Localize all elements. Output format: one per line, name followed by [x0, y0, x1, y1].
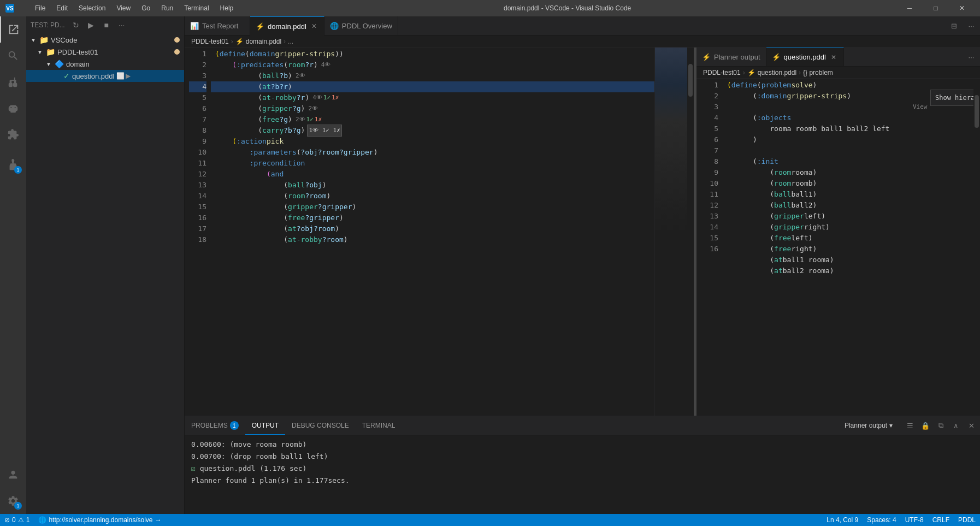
- menu-edit[interactable]: Edit: [52, 3, 72, 13]
- ln7: 7: [189, 114, 206, 125]
- panel-tab-terminal[interactable]: TERMINAL: [356, 416, 402, 435]
- error-icon: ⊘: [4, 516, 10, 524]
- carry-popup: 1👁 1✓ 1✗: [307, 125, 341, 137]
- code-line-5: (at-robby ?r) 4👁 1✓ 1✗: [211, 92, 654, 103]
- rln8: 8: [701, 156, 718, 167]
- stop-button[interactable]: ■: [100, 19, 113, 32]
- tab-bar-right: ⚡ Planner output ⚡ question.pddl ✕ ···: [696, 48, 980, 67]
- ln18: 18: [189, 234, 206, 245]
- ln15: 15: [189, 202, 206, 212]
- warning-count: 1: [26, 516, 30, 524]
- menu-terminal[interactable]: Terminal: [180, 3, 213, 13]
- tab-overview-label: PDDL Overview: [342, 22, 392, 30]
- bc-file: ⚡ question.pddl: [747, 69, 796, 76]
- open-file-btn[interactable]: ⬜: [116, 72, 125, 80]
- refresh-button[interactable]: ↻: [69, 19, 82, 32]
- tab-close-domain[interactable]: ✕: [310, 22, 318, 31]
- panel-lock-btn[interactable]: 🔒: [919, 419, 932, 432]
- split-editor-button[interactable]: ⊟: [945, 16, 963, 36]
- status-bar: ⊘ 0 ⚠ 1 🌐 http://solver.planning.domains…: [0, 514, 980, 526]
- close-button[interactable]: ✕: [949, 0, 975, 16]
- panel-tab-output[interactable]: OUTPUT: [245, 416, 285, 435]
- tab-planner-output[interactable]: ⚡ Planner output: [696, 48, 766, 66]
- tab-close-question[interactable]: ✕: [829, 53, 838, 62]
- link-text: http://solver.planning.domains/solve: [49, 516, 152, 524]
- sidebar-item-question[interactable]: ✓ question.pddl ⬜ ▶: [26, 70, 184, 82]
- vscode-label: VSCode: [51, 36, 77, 44]
- file-actions: ⬜ ▶: [116, 72, 131, 80]
- panel-copy-btn[interactable]: ⧉: [934, 419, 947, 432]
- activity-explorer[interactable]: [0, 16, 26, 43]
- activity-source-control[interactable]: [0, 69, 26, 95]
- code-content-left[interactable]: (define (domain gripper-strips)) (:predi…: [211, 48, 654, 416]
- activity-settings[interactable]: 1: [0, 488, 26, 514]
- activity-test[interactable]: 1: [0, 152, 26, 178]
- status-language[interactable]: PDDL: [954, 514, 980, 526]
- sidebar-tree: ▼ 📁 VSCode ▼ 📁 PDDL-test01 ▼ 🔷 domain ✓ …: [26, 34, 184, 82]
- activity-run-debug[interactable]: [0, 95, 26, 121]
- activity-extensions[interactable]: [0, 121, 26, 147]
- tab-domain-label: domain.pddl: [268, 22, 306, 31]
- tab-more-left[interactable]: ···: [963, 16, 980, 36]
- code-line-11: :precondition: [211, 158, 654, 169]
- rcode-line-16: (free right): [723, 244, 973, 255]
- ln17: 17: [189, 223, 206, 234]
- editor-split: 1 2 3 4 5 6 7 8 9 10 11 12 13 14: [185, 48, 980, 416]
- panel-close-btn[interactable]: ✕: [965, 419, 978, 432]
- editor-pane-left: 1 2 3 4 5 6 7 8 9 10 11 12 13 14: [185, 48, 694, 416]
- tab-test-report[interactable]: 📊 Test Report: [185, 16, 250, 36]
- panel-tab-debug[interactable]: DEBUG CONSOLE: [285, 416, 356, 435]
- code-line-4: (at ?b ?r): [211, 81, 654, 92]
- run-button[interactable]: ▶: [85, 19, 98, 32]
- status-link[interactable]: 🌐 http://solver.planning.domains/solve →: [34, 516, 166, 524]
- menu-file[interactable]: File: [31, 3, 50, 13]
- menu-view[interactable]: View: [112, 3, 135, 13]
- app-container: 1 1 TEST: PD... ↻ ▶ ■ ··· ▼ 📁 VSCode: [0, 16, 980, 514]
- scrollbar-thumb-left[interactable]: [688, 64, 693, 97]
- menu-bar: File Edit Selection View Go Run Terminal…: [31, 3, 238, 13]
- rcode-line-14: (gripper right): [723, 222, 973, 233]
- test-label: TEST: PD...: [31, 21, 65, 29]
- status-line-ending[interactable]: CRLF: [928, 514, 954, 526]
- scrollbar-thumb-right[interactable]: [975, 95, 979, 128]
- tab-more-right[interactable]: ···: [963, 48, 980, 67]
- sidebar-item-pddl-test01[interactable]: ▼ 📁 PDDL-test01: [26, 46, 184, 58]
- status-spaces[interactable]: Spaces: 4: [863, 514, 900, 526]
- warning-icon: ⚠: [18, 516, 24, 524]
- more-button[interactable]: ···: [115, 19, 128, 32]
- scrollbar-v-left[interactable]: [687, 48, 694, 416]
- scrollbar-v-right[interactable]: [973, 79, 980, 416]
- status-encoding[interactable]: UTF-8: [901, 514, 928, 526]
- code-content-right[interactable]: (define (problem solve) (:domain gripper…: [723, 79, 973, 416]
- sidebar-item-domain[interactable]: ▼ 🔷 domain: [26, 58, 184, 70]
- tab-pddl-overview[interactable]: 🌐 PDDL Overview: [324, 16, 398, 36]
- maximize-button[interactable]: □: [923, 0, 948, 16]
- sidebar-item-vscode[interactable]: ▼ 📁 VSCode: [26, 34, 184, 46]
- menu-run[interactable]: Run: [157, 3, 178, 13]
- minimap-left: [654, 48, 687, 416]
- menu-go[interactable]: Go: [137, 3, 155, 13]
- rln11: 11: [701, 189, 718, 200]
- sidebar-toolbar: TEST: PD... ↻ ▶ ■ ···: [26, 16, 184, 34]
- status-errors[interactable]: ⊘ 0 ⚠ 1: [0, 514, 34, 526]
- panel-tab-problems[interactable]: PROBLEMS 1: [185, 416, 245, 435]
- code-line-3: (ball ?b) 2👁: [211, 70, 654, 81]
- panel-list-btn[interactable]: ☰: [904, 419, 917, 432]
- run-file-btn[interactable]: ▶: [126, 72, 131, 80]
- modified-dot2: [174, 49, 180, 55]
- menu-selection[interactable]: Selection: [74, 3, 110, 13]
- status-position[interactable]: Ln 4, Col 9: [822, 514, 863, 526]
- tab-question-pddl[interactable]: ⚡ question.pddl ✕: [766, 48, 844, 66]
- activity-search[interactable]: [0, 43, 26, 69]
- ln5: 5: [189, 92, 206, 103]
- planner-output-dropdown[interactable]: Planner output ▾: [840, 421, 897, 430]
- vscode-logo: VS: [5, 4, 14, 13]
- line-numbers-left: 1 2 3 4 5 6 7 8 9 10 11 12 13 14: [185, 48, 211, 416]
- code-editor-left: 1 2 3 4 5 6 7 8 9 10 11 12 13 14: [185, 48, 694, 416]
- minimize-button[interactable]: ─: [897, 0, 922, 16]
- activity-account[interactable]: [0, 462, 26, 488]
- code-line-15: (gripper ?gripper): [211, 202, 654, 212]
- menu-help[interactable]: Help: [216, 3, 238, 13]
- tab-domain-pddl[interactable]: ⚡ domain.pddl ✕: [250, 16, 324, 36]
- panel-up-btn[interactable]: ∧: [949, 419, 963, 432]
